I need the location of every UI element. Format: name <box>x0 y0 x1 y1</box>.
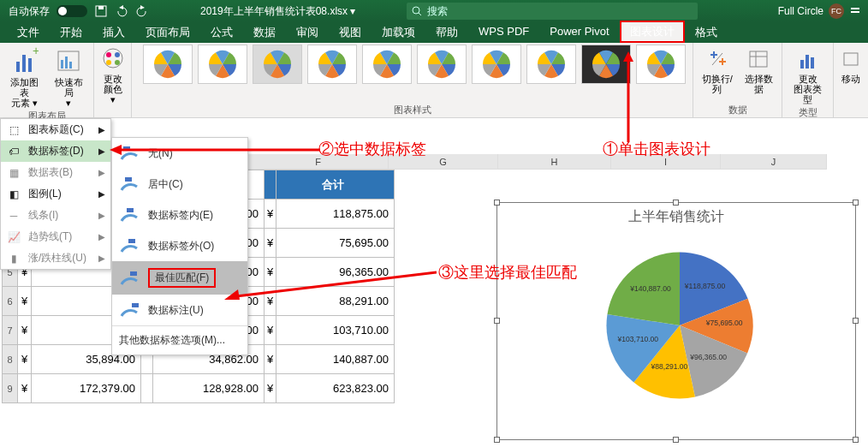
submenu-item[interactable]: 🏷数据标签(D)▶ <box>1 140 110 162</box>
resize-handle[interactable] <box>494 437 500 443</box>
tab-帮助[interactable]: 帮助 <box>425 22 468 43</box>
data-label[interactable]: ¥103,710.00 <box>617 335 659 343</box>
tab-开始[interactable]: 开始 <box>50 22 92 43</box>
chart-style-thumb[interactable] <box>636 45 686 84</box>
search-box[interactable]: 搜索 <box>407 3 698 20</box>
svg-rect-7 <box>22 55 26 72</box>
data-label[interactable]: ¥140,887.00 <box>629 284 671 293</box>
tab-WPS PDF[interactable]: WPS PDF <box>468 22 539 43</box>
row-header[interactable]: 6 <box>3 287 18 316</box>
resize-handle[interactable] <box>853 200 859 206</box>
ribbon-options-icon[interactable] <box>849 5 861 17</box>
svg-point-16 <box>115 52 120 57</box>
resize-handle[interactable] <box>673 437 679 443</box>
tab-文件[interactable]: 文件 <box>7 22 50 43</box>
resize-handle[interactable] <box>853 437 859 443</box>
svg-rect-25 <box>844 53 858 65</box>
undo-icon[interactable] <box>115 4 128 18</box>
change-chart-type-button[interactable]: 更改图表类型 <box>788 45 828 106</box>
tab-视图[interactable]: 视图 <box>329 22 372 43</box>
svg-line-3 <box>419 13 421 15</box>
menu-icon: ─ <box>6 210 21 222</box>
data-label-option[interactable]: 数据标签外(O) <box>112 230 247 261</box>
svg-point-2 <box>413 7 419 14</box>
column-header[interactable]: J <box>721 154 827 170</box>
titlebar: 自动保存 2019年上半年销售统计表08.xlsx ▾ 搜索 Full Circ… <box>0 0 868 22</box>
data-label-option[interactable]: 其他数据标签选项(M)... <box>112 326 247 355</box>
svg-rect-22 <box>800 60 804 69</box>
select-data-button[interactable]: 选择数据 <box>741 45 776 96</box>
tab-审阅[interactable]: 审阅 <box>286 22 329 43</box>
chart-style-thumb[interactable] <box>526 45 576 84</box>
save-icon[interactable] <box>94 4 108 18</box>
username[interactable]: Full Circle <box>778 5 823 17</box>
chart-style-thumb[interactable] <box>143 45 193 84</box>
ribbon: + 添加图表元素 ▾ 快速布局▾ 图表布局 更改颜色 ▾ 图表样式 切换行/列 <box>0 43 868 118</box>
resize-handle[interactable] <box>673 200 679 206</box>
chart-style-thumb[interactable] <box>198 45 247 84</box>
svg-point-17 <box>106 60 111 65</box>
chart-style-thumb[interactable] <box>472 45 521 84</box>
resize-handle[interactable] <box>494 318 500 324</box>
submenu-item[interactable]: ⬚图表标题(C)▶ <box>1 119 110 140</box>
autosave-label: 自动保存 <box>9 4 50 19</box>
chart-style-thumb[interactable] <box>307 45 357 84</box>
svg-rect-8 <box>28 58 32 72</box>
row-header[interactable]: 7 <box>3 316 18 345</box>
search-icon <box>412 6 422 16</box>
autosave-toggle[interactable] <box>56 5 87 17</box>
svg-rect-19 <box>750 51 767 67</box>
row-header[interactable]: 9 <box>3 374 18 403</box>
move-chart-button[interactable]: 移动 <box>837 45 865 86</box>
chart-style-thumb[interactable] <box>362 45 412 84</box>
quick-layout-button[interactable]: 快速布局▾ <box>50 45 89 110</box>
submenu-item[interactable]: ◧图例(L)▶ <box>1 183 110 205</box>
tab-图表设计[interactable]: 图表设计 <box>620 21 685 43</box>
chart-title[interactable]: 上半年销售统计 <box>497 203 855 226</box>
data-label[interactable]: ¥118,875.00 <box>684 282 726 290</box>
svg-rect-1 <box>98 6 104 9</box>
menu-icon: 🏷 <box>6 146 21 158</box>
svg-rect-29 <box>128 239 135 243</box>
redo-icon[interactable] <box>135 4 149 18</box>
tab-公式[interactable]: 公式 <box>200 22 243 43</box>
tab-Power Pivot[interactable]: Power Pivot <box>539 22 619 43</box>
label-position-icon <box>119 270 140 287</box>
chart-style-thumb[interactable] <box>253 45 302 84</box>
resize-handle[interactable] <box>494 200 500 206</box>
resize-handle[interactable] <box>853 318 859 324</box>
change-color-button[interactable]: 更改颜色 ▾ <box>99 45 127 106</box>
svg-rect-23 <box>806 55 809 69</box>
svg-rect-31 <box>132 303 139 307</box>
data-label-option[interactable]: 居中(C) <box>112 169 247 200</box>
chart-style-gallery[interactable] <box>140 45 686 104</box>
row-header[interactable]: 8 <box>3 345 18 374</box>
tab-格式[interactable]: 格式 <box>685 22 728 43</box>
menu-icon: ▮ <box>6 253 21 265</box>
annotation-arrow-1 <box>620 51 637 142</box>
annotation-arrow-3 <box>224 271 437 301</box>
svg-point-15 <box>106 52 111 57</box>
data-label[interactable]: ¥96,365.00 <box>689 353 727 361</box>
tab-页面布局[interactable]: 页面布局 <box>135 22 200 43</box>
chart-style-thumb[interactable] <box>417 45 467 84</box>
tab-插入[interactable]: 插入 <box>92 22 135 43</box>
menu-icon: 📈 <box>6 231 21 243</box>
add-chart-element-button[interactable]: + 添加图表元素 ▾ <box>5 45 45 110</box>
pie-chart[interactable]: ¥118,875.00¥75,695.00¥96,365.00¥88,291.0… <box>598 244 761 407</box>
avatar[interactable]: FC <box>829 3 844 19</box>
svg-rect-30 <box>130 271 137 276</box>
data-label[interactable]: ¥88,291.00 <box>651 362 688 371</box>
label-position-icon <box>119 176 140 193</box>
column-header[interactable]: H <box>498 154 611 170</box>
tab-数据[interactable]: 数据 <box>243 22 286 43</box>
data-label-option[interactable]: 数据标签内(E) <box>112 200 247 230</box>
ribbon-tabs: 文件开始插入页面布局公式数据审阅视图加载项帮助WPS PDFPower Pivo… <box>0 22 868 43</box>
data-label[interactable]: ¥75,695.00 <box>705 319 743 327</box>
table-row[interactable]: 9¥172,379.00128,928.00¥623,823.00 <box>3 374 395 403</box>
switch-rowcol-button[interactable]: 切换行/列 <box>699 45 736 96</box>
submenu-item: 📈趋势线(T)▶ <box>1 226 110 247</box>
tab-加载项[interactable]: 加载项 <box>372 22 425 43</box>
filename[interactable]: 2019年上半年销售统计表08.xlsx ▾ <box>200 4 355 19</box>
chart-object[interactable]: 上半年销售统计 ¥118,875.00¥75,695.00¥96,365.00¥… <box>496 202 856 440</box>
